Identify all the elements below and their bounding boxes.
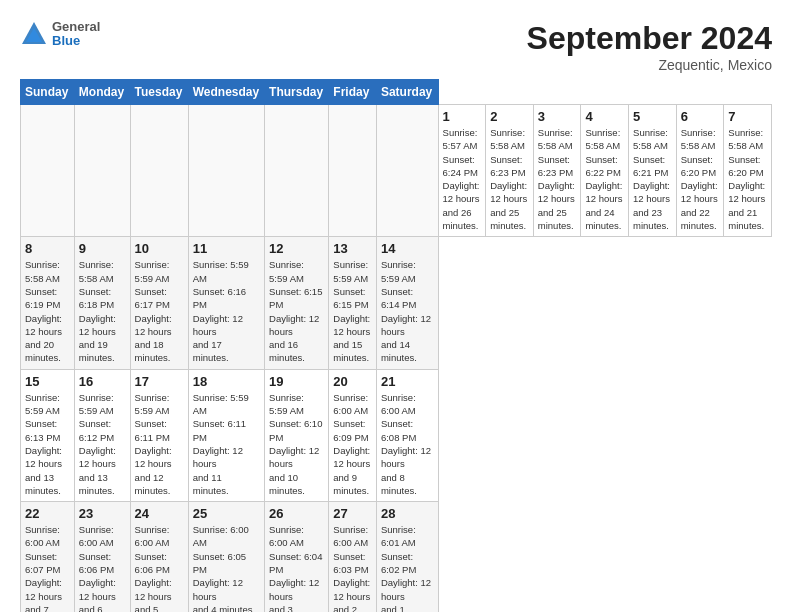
calendar-cell: 21Sunrise: 6:00 AMSunset: 6:08 PMDayligh…	[376, 369, 438, 501]
day-info: Sunrise: 5:58 AMSunset: 6:22 PMDaylight:…	[585, 126, 624, 232]
calendar-cell: 20Sunrise: 6:00 AMSunset: 6:09 PMDayligh…	[329, 369, 377, 501]
day-info: Sunrise: 5:59 AMSunset: 6:12 PMDaylight:…	[79, 391, 126, 497]
day-info: Sunrise: 6:00 AMSunset: 6:09 PMDaylight:…	[333, 391, 372, 497]
calendar-cell: 17Sunrise: 5:59 AMSunset: 6:11 PMDayligh…	[130, 369, 188, 501]
calendar-header-tuesday: Tuesday	[130, 80, 188, 105]
calendar-cell	[265, 105, 329, 237]
day-info: Sunrise: 5:59 AMSunset: 6:13 PMDaylight:…	[25, 391, 70, 497]
day-info: Sunrise: 5:58 AMSunset: 6:21 PMDaylight:…	[633, 126, 672, 232]
calendar-cell: 10Sunrise: 5:59 AMSunset: 6:17 PMDayligh…	[130, 237, 188, 369]
day-number: 15	[25, 374, 70, 389]
calendar-cell: 12Sunrise: 5:59 AMSunset: 6:15 PMDayligh…	[265, 237, 329, 369]
day-info: Sunrise: 5:57 AMSunset: 6:24 PMDaylight:…	[443, 126, 482, 232]
day-info: Sunrise: 5:58 AMSunset: 6:18 PMDaylight:…	[79, 258, 126, 364]
calendar-header-friday: Friday	[329, 80, 377, 105]
calendar-week-1: 8Sunrise: 5:58 AMSunset: 6:19 PMDaylight…	[21, 237, 772, 369]
day-number: 23	[79, 506, 126, 521]
day-info: Sunrise: 6:01 AMSunset: 6:02 PMDaylight:…	[381, 523, 434, 612]
calendar-cell: 7Sunrise: 5:58 AMSunset: 6:20 PMDaylight…	[724, 105, 772, 237]
day-info: Sunrise: 6:00 AMSunset: 6:06 PMDaylight:…	[135, 523, 184, 612]
calendar-cell: 4Sunrise: 5:58 AMSunset: 6:22 PMDaylight…	[581, 105, 629, 237]
logo-icon	[20, 20, 48, 48]
calendar-cell	[329, 105, 377, 237]
calendar-header-monday: Monday	[74, 80, 130, 105]
calendar-cell	[376, 105, 438, 237]
calendar-cell: 8Sunrise: 5:58 AMSunset: 6:19 PMDaylight…	[21, 237, 75, 369]
day-info: Sunrise: 6:00 AMSunset: 6:03 PMDaylight:…	[333, 523, 372, 612]
day-number: 19	[269, 374, 324, 389]
calendar-cell: 18Sunrise: 5:59 AMSunset: 6:11 PMDayligh…	[188, 369, 264, 501]
day-number: 25	[193, 506, 260, 521]
day-info: Sunrise: 5:59 AMSunset: 6:11 PMDaylight:…	[135, 391, 184, 497]
day-info: Sunrise: 5:59 AMSunset: 6:15 PMDaylight:…	[269, 258, 324, 364]
day-number: 2	[490, 109, 529, 124]
day-info: Sunrise: 5:59 AMSunset: 6:15 PMDaylight:…	[333, 258, 372, 364]
calendar-week-2: 15Sunrise: 5:59 AMSunset: 6:13 PMDayligh…	[21, 369, 772, 501]
calendar-cell: 15Sunrise: 5:59 AMSunset: 6:13 PMDayligh…	[21, 369, 75, 501]
day-number: 17	[135, 374, 184, 389]
day-info: Sunrise: 6:00 AMSunset: 6:08 PMDaylight:…	[381, 391, 434, 497]
calendar-cell: 6Sunrise: 5:58 AMSunset: 6:20 PMDaylight…	[676, 105, 724, 237]
calendar-body: 1Sunrise: 5:57 AMSunset: 6:24 PMDaylight…	[21, 105, 772, 613]
calendar-week-3: 22Sunrise: 6:00 AMSunset: 6:07 PMDayligh…	[21, 502, 772, 612]
calendar-cell: 25Sunrise: 6:00 AMSunset: 6:05 PMDayligh…	[188, 502, 264, 612]
calendar: SundayMondayTuesdayWednesdayThursdayFrid…	[20, 79, 772, 612]
calendar-header-row: SundayMondayTuesdayWednesdayThursdayFrid…	[21, 80, 772, 105]
day-number: 16	[79, 374, 126, 389]
day-info: Sunrise: 6:00 AMSunset: 6:04 PMDaylight:…	[269, 523, 324, 612]
calendar-cell: 27Sunrise: 6:00 AMSunset: 6:03 PMDayligh…	[329, 502, 377, 612]
day-info: Sunrise: 5:59 AMSunset: 6:17 PMDaylight:…	[135, 258, 184, 364]
day-info: Sunrise: 5:59 AMSunset: 6:14 PMDaylight:…	[381, 258, 434, 364]
day-number: 18	[193, 374, 260, 389]
day-info: Sunrise: 5:58 AMSunset: 6:20 PMDaylight:…	[681, 126, 720, 232]
day-number: 6	[681, 109, 720, 124]
day-number: 3	[538, 109, 577, 124]
day-number: 22	[25, 506, 70, 521]
calendar-header-saturday: Saturday	[376, 80, 438, 105]
day-number: 9	[79, 241, 126, 256]
day-info: Sunrise: 6:00 AMSunset: 6:05 PMDaylight:…	[193, 523, 260, 612]
day-info: Sunrise: 5:59 AMSunset: 6:10 PMDaylight:…	[269, 391, 324, 497]
day-info: Sunrise: 5:58 AMSunset: 6:20 PMDaylight:…	[728, 126, 767, 232]
title-block: September 2024 Zequentic, Mexico	[527, 20, 772, 73]
calendar-cell	[21, 105, 75, 237]
calendar-cell: 23Sunrise: 6:00 AMSunset: 6:06 PMDayligh…	[74, 502, 130, 612]
logo: General Blue	[20, 20, 100, 49]
day-number: 26	[269, 506, 324, 521]
day-info: Sunrise: 5:58 AMSunset: 6:23 PMDaylight:…	[490, 126, 529, 232]
day-info: Sunrise: 6:00 AMSunset: 6:06 PMDaylight:…	[79, 523, 126, 612]
logo-blue-text: Blue	[52, 34, 100, 48]
calendar-cell: 28Sunrise: 6:01 AMSunset: 6:02 PMDayligh…	[376, 502, 438, 612]
calendar-cell	[188, 105, 264, 237]
day-number: 7	[728, 109, 767, 124]
day-number: 10	[135, 241, 184, 256]
calendar-cell: 5Sunrise: 5:58 AMSunset: 6:21 PMDaylight…	[629, 105, 677, 237]
calendar-cell: 2Sunrise: 5:58 AMSunset: 6:23 PMDaylight…	[486, 105, 534, 237]
day-number: 20	[333, 374, 372, 389]
day-info: Sunrise: 5:58 AMSunset: 6:23 PMDaylight:…	[538, 126, 577, 232]
day-number: 12	[269, 241, 324, 256]
day-number: 8	[25, 241, 70, 256]
day-number: 1	[443, 109, 482, 124]
calendar-cell: 11Sunrise: 5:59 AMSunset: 6:16 PMDayligh…	[188, 237, 264, 369]
calendar-cell: 22Sunrise: 6:00 AMSunset: 6:07 PMDayligh…	[21, 502, 75, 612]
day-number: 28	[381, 506, 434, 521]
day-number: 11	[193, 241, 260, 256]
calendar-cell: 9Sunrise: 5:58 AMSunset: 6:18 PMDaylight…	[74, 237, 130, 369]
month-title: September 2024	[527, 20, 772, 57]
day-number: 14	[381, 241, 434, 256]
calendar-cell	[74, 105, 130, 237]
day-info: Sunrise: 5:59 AMSunset: 6:16 PMDaylight:…	[193, 258, 260, 364]
calendar-cell: 24Sunrise: 6:00 AMSunset: 6:06 PMDayligh…	[130, 502, 188, 612]
calendar-header-thursday: Thursday	[265, 80, 329, 105]
day-number: 21	[381, 374, 434, 389]
calendar-week-0: 1Sunrise: 5:57 AMSunset: 6:24 PMDaylight…	[21, 105, 772, 237]
day-number: 13	[333, 241, 372, 256]
calendar-cell: 16Sunrise: 5:59 AMSunset: 6:12 PMDayligh…	[74, 369, 130, 501]
day-info: Sunrise: 6:00 AMSunset: 6:07 PMDaylight:…	[25, 523, 70, 612]
calendar-cell	[130, 105, 188, 237]
calendar-cell: 3Sunrise: 5:58 AMSunset: 6:23 PMDaylight…	[533, 105, 581, 237]
calendar-header-sunday: Sunday	[21, 80, 75, 105]
day-info: Sunrise: 5:59 AMSunset: 6:11 PMDaylight:…	[193, 391, 260, 497]
day-info: Sunrise: 5:58 AMSunset: 6:19 PMDaylight:…	[25, 258, 70, 364]
